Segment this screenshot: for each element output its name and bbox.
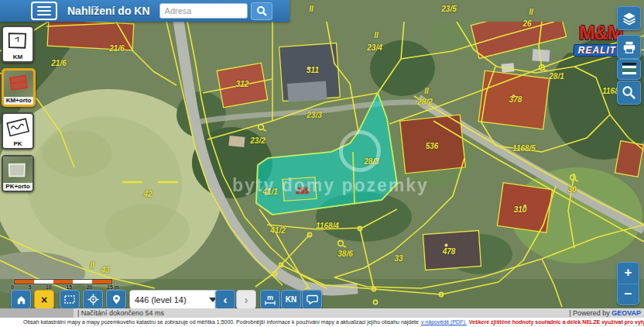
search-icon: [256, 5, 267, 16]
layer-label: KM+orto: [4, 97, 33, 105]
disclaimer-warning: Veškeré zjištěné hodnoty souřadnic a dél…: [469, 319, 644, 325]
layer-label: KM: [3, 53, 33, 61]
layer-button-km-orto[interactable]: KM+orto: [2, 68, 36, 107]
measure-button[interactable]: m: [260, 290, 280, 309]
target-icon: [87, 294, 99, 305]
scale-bar-ticks: 0510152025 m: [11, 284, 119, 290]
status-bar-left-segment: [0, 308, 74, 318]
status-separator: |: [77, 309, 79, 317]
clear-selection-button[interactable]: ×: [34, 290, 54, 309]
ruler-icon: [265, 301, 276, 305]
chevron-right-icon: ›: [245, 294, 248, 305]
address-search-input[interactable]: [159, 3, 248, 19]
search-button[interactable]: [251, 2, 272, 20]
zoom-control: + −: [617, 262, 639, 305]
close-icon: ×: [41, 294, 47, 306]
pk-orto-layer-icon: [3, 157, 33, 186]
speech-bubble-icon: [307, 294, 318, 305]
feedback-bubble-button[interactable]: [302, 290, 322, 309]
rectangle-select-icon: [64, 295, 75, 304]
disclaimer-bar: Obsah katastrální mapy a mapy pozemkovéh…: [0, 318, 644, 327]
km-layer-icon: [3, 27, 33, 57]
app-title: Nahlížení do KN: [67, 5, 150, 17]
scale-tick: 5: [28, 284, 31, 290]
map-canvas[interactable]: [0, 22, 644, 308]
print-button[interactable]: [617, 35, 641, 59]
top-bar: Nahlížení do KN: [0, 0, 289, 22]
kn-label: KN: [286, 295, 296, 304]
target-button[interactable]: [83, 290, 103, 309]
scale-tick: 15: [66, 284, 72, 290]
layers-button[interactable]: [617, 6, 641, 30]
parcel-label: II: [529, 8, 533, 16]
powered-by-brand: GEOVAP: [611, 309, 641, 317]
layer-panel: KM KM+orto PK PK+orto: [2, 26, 36, 192]
status-bar: | Načítání dokončeno 54 ms | Powered by …: [0, 308, 644, 318]
layer-button-pk-orto[interactable]: PK+orto: [2, 155, 34, 192]
zoom-out-button[interactable]: −: [618, 284, 639, 305]
layer-button-pk[interactable]: PK: [2, 112, 34, 150]
scale-tick: 25 m: [107, 284, 119, 290]
help-pdf-link[interactable]: v nápovědě (PDF).: [421, 319, 467, 325]
scale-bar: [14, 279, 112, 284]
disclaimer-text: Obsah katastrální mapy a mapy pozemkovéh…: [23, 319, 419, 325]
print-icon: [622, 40, 636, 54]
rectangle-select-button[interactable]: [60, 290, 80, 309]
layers-icon: [622, 11, 637, 26]
layer-button-km[interactable]: KM: [2, 26, 34, 63]
location-pin-button[interactable]: [106, 290, 126, 309]
km-orto-layer-icon: [4, 71, 33, 100]
legend-button[interactable]: [617, 59, 641, 80]
scale-tick: 0: [11, 284, 14, 290]
kn-info-button[interactable]: KN: [281, 290, 301, 309]
chevron-left-icon: ‹: [224, 294, 228, 305]
magnifier-icon: [622, 85, 636, 100]
powered-by-text: | Powered by: [569, 309, 611, 317]
parcel-label: II: [309, 5, 313, 13]
location-pin-icon: [111, 294, 122, 305]
layer-label: PK+orto: [3, 183, 33, 191]
measure-icon-label: m: [267, 294, 273, 301]
legend-icon: [622, 63, 637, 76]
pk-layer-icon: [3, 114, 33, 143]
home-icon: [15, 294, 27, 305]
layer-label: PK: [3, 140, 33, 148]
history-forward-button[interactable]: ›: [236, 290, 256, 309]
zoom-level-value: 446 (level 14): [135, 295, 187, 305]
home-button[interactable]: [11, 290, 31, 309]
zoom-level-select[interactable]: 446 (level 14): [129, 290, 222, 309]
menu-button[interactable]: [31, 2, 57, 20]
parcel-label: 23/5: [441, 5, 456, 13]
scale-tick: 20: [87, 284, 93, 290]
magnify-button[interactable]: [617, 81, 641, 105]
history-back-button[interactable]: ‹: [215, 290, 235, 309]
scale-tick: 10: [46, 284, 52, 290]
status-message: Načítání dokončeno 54 ms: [81, 309, 164, 317]
zoom-in-button[interactable]: +: [618, 263, 639, 284]
